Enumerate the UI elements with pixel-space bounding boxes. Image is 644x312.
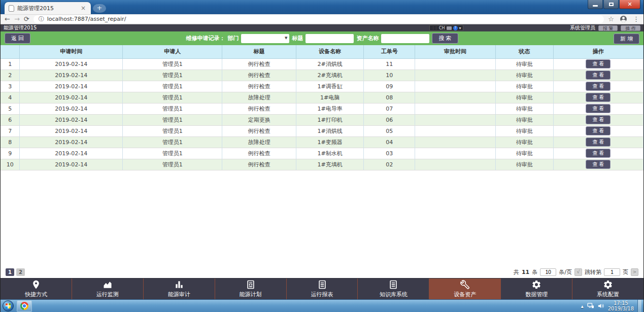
cell-device: 1#打印机 (296, 114, 364, 125)
minimize-button[interactable] (588, 0, 603, 9)
jump-unit-label: 页 (623, 268, 628, 276)
cell-order: 03 (364, 148, 415, 159)
asset-name-input[interactable] (381, 34, 429, 43)
alarm-button[interactable]: 报 警 (598, 25, 618, 31)
nav-item-equipment-assets[interactable]: 设备资产 (429, 279, 501, 299)
speaker-icon[interactable] (598, 303, 604, 309)
cell-date: 2019-02-14 (20, 92, 123, 103)
cell-title: 例行检查 (222, 58, 296, 70)
view-button[interactable]: 查 看 (586, 149, 611, 158)
site-info-icon[interactable]: ⓘ (39, 15, 44, 23)
ime-help-icon[interactable]: ? (453, 26, 458, 30)
nav-item-shortcuts[interactable]: 快捷方式 (1, 279, 72, 299)
view-button[interactable]: 查 看 (586, 93, 611, 102)
page-size-input[interactable] (540, 268, 556, 276)
show-desktop-button[interactable] (637, 300, 641, 312)
total-prefix-label: 共 (514, 268, 519, 276)
nav-item-energy-audit[interactable]: 能源审计 (144, 279, 215, 299)
table-row: 52019-02-14管理员1例行检查1#电导率07待审批查 看 (1, 103, 643, 114)
tab-close-icon[interactable]: × (80, 5, 87, 12)
profile-avatar-icon[interactable] (620, 16, 627, 22)
col-title: 标题 (222, 45, 296, 58)
cell-date: 2019-02-14 (20, 58, 123, 70)
url-text[interactable]: localhost:7887/asset_repair/ (47, 16, 126, 22)
ime-options-icon[interactable]: ▾ (459, 26, 461, 30)
nav-item-energy-plan[interactable]: 能源计划 (215, 279, 287, 299)
cell-title: 例行检查 (222, 148, 296, 159)
jump-label: 跳转第 (585, 268, 601, 276)
nav-label: 数据管理 (525, 291, 548, 298)
cell-status: 待审批 (495, 136, 553, 148)
cell-date: 2019-02-14 (20, 125, 123, 136)
table-row: 42019-02-14管理员1故障处理1#电脑08待审批查 看 (1, 92, 643, 103)
clock-date: 2019/3/18 (608, 306, 634, 311)
nav-label: 快捷方式 (25, 291, 47, 298)
nav-item-system-config[interactable]: 系统配置 (572, 279, 643, 299)
row-index: 6 (1, 114, 20, 125)
browser-menu-icon[interactable]: ⋮ (633, 16, 639, 22)
keyboard-icon[interactable] (447, 26, 452, 30)
col-status: 状态 (495, 45, 553, 58)
view-button[interactable]: 查 看 (586, 137, 611, 147)
location-pin-icon (31, 280, 41, 290)
view-button[interactable]: 查 看 (586, 160, 611, 169)
cell-device: 2#消烘线 (296, 58, 364, 70)
network-icon[interactable] (587, 303, 594, 309)
back-page-button[interactable]: 返 回 (5, 33, 30, 44)
page-size-label: 条/页 (559, 268, 572, 276)
forward-icon[interactable]: → (14, 16, 20, 22)
bookmark-star-icon[interactable]: ☆ (608, 16, 614, 22)
table-row: 72019-02-14管理员1例行检查1#消烘线05待审批查 看 (1, 125, 643, 136)
address-bar: ← → ⟳ ⓘ localhost:7887/asset_repair/ ☆ ⋮ (1, 14, 643, 24)
row-index: 5 (1, 103, 20, 114)
view-button[interactable]: 查 看 (586, 59, 611, 68)
back-icon[interactable]: ← (5, 16, 10, 22)
cell-status: 待审批 (495, 148, 553, 159)
search-button[interactable]: 搜 索 (432, 33, 458, 44)
new-tab-button[interactable]: + (93, 4, 106, 13)
jump-go-button[interactable]: > (631, 268, 638, 276)
view-button[interactable]: 查 看 (586, 115, 611, 124)
department-select[interactable] (241, 34, 289, 43)
ime-language-label[interactable]: CH (439, 26, 445, 30)
view-button[interactable]: 查 看 (586, 82, 611, 91)
tray-expand-icon[interactable]: ▴ (581, 303, 584, 309)
bar-chart-icon (174, 280, 184, 290)
windows-taskbar: ▴ 17:15 2019/3/18 (1, 299, 643, 312)
nav-item-knowledge-base[interactable]: 知识库系统 (358, 279, 429, 299)
cell-approved (415, 136, 495, 148)
system-tray: ▴ 17:15 2019/3/18 (581, 300, 643, 312)
refresh-icon[interactable]: ⟳ (24, 16, 29, 22)
title-input[interactable] (306, 34, 354, 43)
taskbar-clock[interactable]: 17:15 2019/3/18 (608, 300, 634, 311)
cell-approved (415, 103, 495, 114)
pagination-bar: 1 2 共 11 条 条/页 √ 跳转第 页 > (1, 266, 643, 278)
browser-tab[interactable]: 能源管理2015 × (5, 2, 91, 14)
browser-window: 能源管理2015 × + ✕ ← → ⟳ ⓘ localhost:7887/as… (0, 0, 644, 312)
maximize-button[interactable] (603, 0, 619, 9)
add-button[interactable]: 新 增 (614, 33, 639, 44)
nav-item-data-management[interactable]: 数据管理 (501, 279, 572, 299)
cell-device: 1#制水机 (296, 148, 364, 159)
cell-title: 例行检查 (222, 103, 296, 114)
cell-order: 04 (364, 136, 415, 148)
nav-item-monitoring[interactable]: 运行监测 (72, 279, 144, 299)
ime-language-bar[interactable]: ⋮⋮ CH ? ▾ (429, 25, 463, 31)
nav-item-run-reports[interactable]: 运行报表 (287, 279, 358, 299)
view-button[interactable]: 查 看 (586, 71, 611, 80)
view-button[interactable]: 查 看 (586, 126, 611, 135)
operate-button[interactable]: 操 作 (621, 25, 640, 31)
filter-toolbar: 返 回 维修申请记录： 部门 标题 资产名称 搜 索 新 增 (1, 31, 643, 45)
jump-page-input[interactable] (604, 268, 620, 276)
close-button[interactable]: ✕ (619, 0, 640, 9)
row-index: 10 (1, 159, 20, 170)
page-size-apply-button[interactable]: √ (574, 268, 582, 276)
bottom-nav: 快捷方式 运行监测 能源审计 能源计划 运行报表 知识库系统 设备资产 数据管 (1, 278, 643, 299)
view-button[interactable]: 查 看 (586, 104, 611, 113)
taskbar-chrome-button[interactable] (17, 300, 32, 312)
cell-applicant: 管理员1 (123, 148, 222, 159)
page-button-2[interactable]: 2 (16, 268, 25, 276)
url-box[interactable]: ⓘ localhost:7887/asset_repair/ (33, 15, 604, 23)
page-button-1[interactable]: 1 (6, 268, 14, 276)
start-button[interactable] (3, 300, 14, 311)
